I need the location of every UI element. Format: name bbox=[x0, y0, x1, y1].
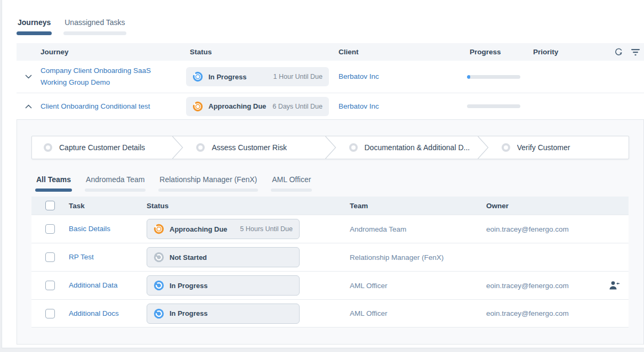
status-badge: Approaching Due 6 Days Until Due bbox=[186, 97, 329, 116]
team-tab-underline bbox=[271, 189, 312, 192]
team-tab-andromeda-team[interactable]: Andromeda Team bbox=[85, 175, 146, 192]
stage-verify-customer[interactable]: Verify Customer bbox=[490, 136, 629, 159]
stage-marker-icon bbox=[44, 143, 52, 152]
team-cell: Andromeda Team bbox=[350, 225, 486, 233]
stage-separator-chevron bbox=[476, 136, 490, 159]
col-journey: Journey bbox=[41, 48, 186, 56]
task-status-badge: In Progress bbox=[147, 304, 300, 324]
team-tabs: All Teams Andromeda Team Relationship Ma… bbox=[35, 175, 629, 192]
in-progress-ring-icon bbox=[154, 308, 164, 319]
not-started-ring-icon bbox=[154, 252, 164, 263]
team-tab-aml-officer[interactable]: AML Officer bbox=[271, 175, 312, 192]
progress-bar bbox=[467, 104, 520, 108]
task-status-badge: Not Started bbox=[147, 247, 300, 267]
team-tab-label: AML Officer bbox=[271, 175, 312, 184]
page-tabs: Journeys Unassigned Tasks bbox=[17, 18, 644, 35]
journey-row: Client Onboarding Conditional test Appro… bbox=[17, 93, 644, 119]
team-tab-label: Andromeda Team bbox=[85, 175, 146, 184]
row-checkbox[interactable] bbox=[45, 252, 55, 262]
stage-label: Assess Customer Risk bbox=[212, 143, 291, 152]
task-link[interactable]: Additional Data bbox=[69, 280, 147, 291]
team-tab-label: Relationship Manager (FenX) bbox=[158, 175, 258, 184]
team-cell: AML Officer bbox=[350, 309, 486, 317]
owner-cell: eoin.tracey@fenergo.com bbox=[486, 225, 609, 233]
tab-unassigned-tasks[interactable]: Unassigned Tasks bbox=[63, 18, 126, 35]
col-task-status: Status bbox=[147, 202, 350, 210]
status-badge: In Progress 1 Hour Until Due bbox=[186, 67, 329, 86]
status-label: In Progress bbox=[170, 309, 208, 317]
team-tab-underline bbox=[35, 189, 72, 192]
refresh-icon[interactable] bbox=[614, 47, 624, 57]
stage-label: Documentation & Additional D... bbox=[365, 143, 474, 152]
status-label: In Progress bbox=[170, 282, 208, 290]
row-checkbox[interactable] bbox=[45, 281, 55, 290]
journey-link[interactable]: Company Client Onboarding SaaS Working G… bbox=[41, 65, 186, 88]
in-progress-ring-icon bbox=[154, 280, 164, 291]
stage-documentation-additional[interactable]: Documentation & Additional D... bbox=[337, 136, 476, 159]
due-label: 5 Hours Until Due bbox=[227, 225, 293, 233]
collapse-chevron-up-icon[interactable] bbox=[23, 102, 34, 111]
assign-user-icon[interactable] bbox=[609, 281, 629, 290]
tab-unassigned-tasks-underline bbox=[63, 31, 126, 35]
task-row: Additional Docs In Progress AML Officer … bbox=[31, 299, 629, 328]
status-label: Not Started bbox=[170, 253, 207, 261]
in-progress-ring-icon bbox=[192, 71, 203, 82]
stage-label: Verify Customer bbox=[517, 143, 575, 152]
expanded-journey-panel: Capture Customer Details Assess Customer… bbox=[17, 119, 644, 345]
task-link[interactable]: RP Test bbox=[69, 251, 147, 263]
stage-marker-icon bbox=[349, 143, 358, 152]
team-cell: Relationship Manager (FenX) bbox=[350, 253, 486, 261]
journey-link[interactable]: Client Onboarding Conditional test bbox=[41, 101, 186, 112]
col-team: Team bbox=[350, 202, 486, 210]
team-cell: AML Officer bbox=[350, 282, 486, 290]
progress-fill bbox=[467, 75, 470, 79]
approaching-due-ring-icon bbox=[192, 101, 203, 112]
task-row: RP Test Not Started Relationship Manager… bbox=[31, 243, 629, 271]
client-link[interactable]: Berbatov Inc bbox=[335, 71, 467, 83]
stage-marker-icon bbox=[196, 143, 205, 152]
status-label: Approaching Due bbox=[208, 102, 266, 110]
col-progress: Progress bbox=[467, 48, 529, 56]
tab-journeys[interactable]: Journeys bbox=[17, 18, 52, 35]
stage-capture-customer-details[interactable]: Capture Customer Details bbox=[32, 136, 171, 159]
task-status-badge: Approaching Due 5 Hours Until Due bbox=[147, 219, 300, 239]
tab-journeys-underline bbox=[17, 31, 52, 35]
tasks-table-header: Task Status Team Owner bbox=[31, 197, 629, 215]
stage-assess-customer-risk[interactable]: Assess Customer Risk bbox=[184, 136, 323, 159]
filter-icon[interactable] bbox=[630, 47, 641, 57]
col-client: Client bbox=[335, 48, 467, 56]
task-row: Basic Details Approaching Due 5 Hours Un… bbox=[31, 215, 629, 243]
row-checkbox[interactable] bbox=[45, 309, 55, 318]
status-label: In Progress bbox=[208, 73, 247, 81]
journey-stage-bar: Capture Customer Details Assess Customer… bbox=[31, 136, 629, 159]
team-tab-underline bbox=[85, 189, 146, 192]
col-priority: Priority bbox=[529, 48, 614, 56]
owner-cell: eoin.tracey@fenergo.com bbox=[486, 282, 609, 290]
team-tab-underline bbox=[158, 189, 258, 192]
select-all-checkbox[interactable] bbox=[45, 201, 55, 210]
journeys-page: Journeys Unassigned Tasks Journey Status… bbox=[2, 0, 644, 348]
due-label: 1 Hour Until Due bbox=[247, 73, 323, 80]
expand-chevron-down-icon[interactable] bbox=[23, 72, 34, 81]
journey-row: Company Client Onboarding SaaS Working G… bbox=[17, 61, 644, 93]
stage-separator-chevron bbox=[171, 136, 184, 159]
task-row: Additional Data In Progress AML Officer … bbox=[31, 271, 629, 299]
progress-bar bbox=[467, 75, 520, 79]
task-link[interactable]: Basic Details bbox=[69, 223, 147, 235]
col-status: Status bbox=[186, 48, 335, 56]
row-checkbox[interactable] bbox=[45, 224, 55, 234]
col-task: Task bbox=[69, 202, 147, 210]
client-link[interactable]: Berbatov Inc bbox=[335, 101, 467, 112]
team-tab-all-teams[interactable]: All Teams bbox=[35, 175, 72, 192]
journeys-table: Journey Status Client Progress Priority … bbox=[17, 43, 644, 119]
task-link[interactable]: Additional Docs bbox=[69, 308, 147, 320]
col-owner: Owner bbox=[486, 202, 609, 210]
approaching-due-ring-icon bbox=[154, 224, 164, 234]
due-label: 6 Days Until Due bbox=[266, 103, 323, 110]
journeys-table-header: Journey Status Client Progress Priority bbox=[17, 43, 644, 61]
tab-journeys-label: Journeys bbox=[17, 18, 52, 27]
task-status-badge: In Progress bbox=[147, 275, 300, 296]
team-tab-relationship-manager[interactable]: Relationship Manager (FenX) bbox=[158, 175, 258, 192]
stage-separator-chevron bbox=[324, 136, 337, 159]
stage-label: Capture Customer Details bbox=[59, 143, 149, 152]
